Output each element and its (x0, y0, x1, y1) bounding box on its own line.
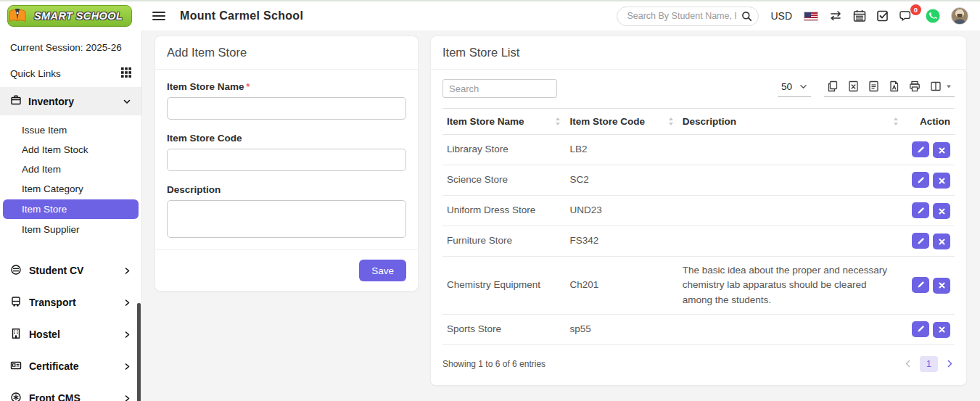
pagination-prev-button[interactable] (903, 358, 913, 369)
quick-links-label: Quick Links (10, 68, 61, 79)
cell-code: sp55 (565, 314, 678, 344)
pdf-export-icon[interactable] (889, 80, 899, 92)
circled-asterisk-icon (10, 392, 22, 401)
cell-description (678, 165, 904, 196)
inventory-box-icon (10, 94, 22, 108)
certificate-icon (10, 360, 22, 373)
sidebar-item-item-category[interactable]: Item Category (0, 179, 141, 199)
delete-button[interactable] (933, 142, 950, 158)
column-header-code[interactable]: Item Store Code (565, 109, 678, 135)
search-icon[interactable] (741, 11, 752, 25)
sidebar-item-front-cms[interactable]: Front CMS (0, 382, 141, 401)
chevron-left-icon (905, 360, 911, 368)
page-length-value: 50 (781, 81, 792, 92)
chevron-down-icon (799, 83, 807, 91)
pagination-page-1[interactable]: 1 (920, 356, 938, 372)
school-title: Mount Carmel School (180, 9, 303, 22)
csv-export-icon[interactable] (868, 80, 879, 92)
messages-chat-icon[interactable]: 0 (899, 9, 915, 22)
table-row: Libraray Store LB2 (442, 135, 955, 165)
sort-icon (893, 117, 899, 126)
required-asterisk: * (247, 82, 250, 92)
edit-button[interactable] (912, 202, 929, 218)
main-content: Add Item Store Item Store Name* Item Sto… (142, 30, 980, 401)
delete-button[interactable] (933, 278, 950, 294)
top-bar: SMART SCHOOL Mount Carmel School USD 0 (0, 0, 980, 30)
chevron-right-icon (947, 360, 953, 368)
menu-label: Student CV (29, 265, 83, 276)
edit-button[interactable] (912, 172, 929, 188)
cell-code: Ch201 (565, 257, 678, 315)
cell-name: Furniture Store (442, 226, 565, 257)
sidebar-item-item-store[interactable]: Item Store (3, 199, 139, 219)
delete-button[interactable] (933, 203, 950, 219)
sidebar-item-add-item[interactable]: Add Item (0, 160, 141, 179)
chevron-right-icon (123, 331, 131, 339)
copy-export-icon[interactable] (827, 80, 839, 92)
export-toolbar (824, 80, 955, 97)
column-visibility-icon[interactable] (930, 80, 942, 92)
cell-code: SC2 (565, 165, 678, 196)
quick-links[interactable]: Quick Links (0, 60, 141, 87)
column-header-name[interactable]: Item Store Name (442, 109, 565, 135)
todo-tasks-icon[interactable] (876, 9, 889, 22)
showing-entries-text: Showing 1 to 6 of 6 entries (442, 359, 545, 369)
sidebar-item-add-item-stock[interactable]: Add Item Stock (0, 140, 141, 160)
item-store-name-input[interactable] (167, 97, 406, 120)
item-store-name-label: Item Store Name* (167, 81, 406, 92)
calendar-icon[interactable] (853, 9, 866, 22)
cell-code: LB2 (565, 135, 678, 165)
form-card-title: Add Item Store (155, 36, 418, 70)
sidebar-item-inventory[interactable]: Inventory (0, 87, 141, 115)
pagination: 1 (903, 356, 955, 372)
item-store-code-input[interactable] (167, 149, 406, 171)
sidebar-item-transport[interactable]: Transport (0, 286, 141, 318)
delete-button[interactable] (933, 322, 950, 338)
excel-export-icon[interactable] (848, 80, 859, 92)
building-icon (10, 328, 22, 342)
sidebar-scrollbar-thumb[interactable] (137, 303, 141, 401)
sidebar: Current Session: 2025-26 Quick Links Inv… (0, 30, 142, 401)
list-card-title: Item Store List (431, 36, 966, 70)
table-row: Furniture Store FS342 (442, 226, 955, 257)
inventory-submenu: Issue Item Add Item Stock Add Item Item … (0, 115, 141, 246)
global-search-input[interactable] (617, 7, 759, 26)
logo-zone[interactable]: SMART SCHOOL (0, 1, 142, 30)
page-length-select[interactable]: 50 (778, 81, 811, 97)
column-header-action: Action (903, 109, 955, 135)
sidebar-item-issue-item[interactable]: Issue Item (0, 120, 141, 140)
switch-accounts-icon[interactable] (828, 10, 843, 22)
whatsapp-icon[interactable] (925, 8, 941, 24)
edit-button[interactable] (912, 233, 929, 249)
cell-name: Chemistry Equipment (442, 257, 565, 315)
sidebar-item-student-cv[interactable]: Student CV (0, 255, 141, 286)
cell-name: Uniform Dress Store (442, 196, 565, 226)
table-row: Uniform Dress Store UND23 (442, 196, 955, 226)
save-button[interactable]: Save (359, 260, 406, 281)
cell-name: Sports Store (442, 314, 565, 344)
print-icon[interactable] (909, 80, 921, 92)
table-search-input[interactable] (442, 79, 557, 98)
chevron-right-icon (123, 394, 131, 401)
delete-button[interactable] (933, 173, 950, 189)
user-avatar[interactable] (951, 7, 968, 25)
description-textarea[interactable] (167, 200, 406, 238)
sidebar-item-item-supplier[interactable]: Item Supplier (0, 220, 141, 239)
edit-button[interactable] (912, 141, 929, 157)
delete-button[interactable] (933, 233, 950, 249)
table-row: Science Store SC2 (442, 165, 955, 196)
sidebar-toggle-hamburger-icon[interactable] (152, 12, 165, 20)
table-row: Sports Store sp55 (442, 314, 955, 344)
pagination-next-button[interactable] (945, 358, 955, 369)
edit-button[interactable] (912, 277, 929, 293)
edit-button[interactable] (912, 321, 929, 337)
sidebar-item-hostel[interactable]: Hostel (0, 318, 141, 350)
column-header-description[interactable]: Description (678, 109, 904, 135)
caret-down-icon (946, 83, 952, 89)
chevron-right-icon (123, 267, 131, 275)
logo-text: SMART SCHOOL (34, 10, 123, 22)
sidebar-item-certificate[interactable]: Certificate (0, 350, 141, 382)
book-pen-logo-icon (5, 4, 30, 32)
language-flag-us[interactable] (804, 12, 818, 21)
currency-selector[interactable]: USD (769, 10, 794, 22)
